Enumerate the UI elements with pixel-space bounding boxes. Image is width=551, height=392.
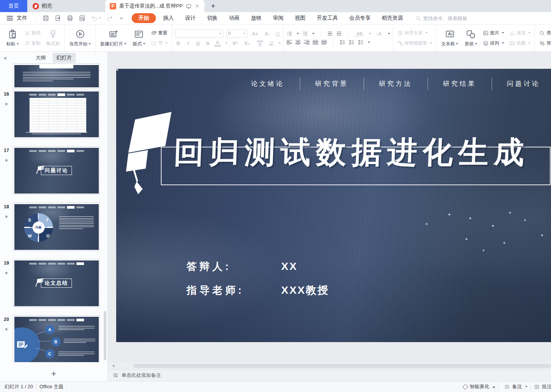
graduation-cap-icon[interactable] xyxy=(123,111,180,194)
nav-item[interactable]: 论文绪论 xyxy=(236,76,300,91)
decrease-indent-icon[interactable] xyxy=(327,31,333,37)
thumbnail-slide-15-partial[interactable] xyxy=(0,64,107,88)
close-tab-icon[interactable] xyxy=(195,3,200,9)
decrease-font-button[interactable]: A- xyxy=(263,31,272,37)
command-search-input[interactable] xyxy=(423,15,480,21)
present-monitor-icon[interactable] xyxy=(186,3,191,9)
tab-view[interactable]: 视图 xyxy=(289,13,311,23)
tab-design[interactable]: 设计 xyxy=(179,13,201,23)
justify-icon[interactable] xyxy=(313,39,318,45)
font-size-combo[interactable] xyxy=(226,29,247,38)
distribute-icon[interactable] xyxy=(321,39,327,45)
comments-button[interactable]: 批注 xyxy=(534,383,551,390)
redo-button[interactable] xyxy=(104,14,115,23)
clear-format-icon[interactable] xyxy=(275,31,281,37)
new-tab-button[interactable]: + xyxy=(204,0,222,12)
nav-item[interactable]: 研究方法 xyxy=(364,76,428,91)
increase-font-button[interactable]: A+ xyxy=(251,31,260,37)
arrange-button[interactable]: 排列 xyxy=(481,39,506,47)
tab-slideshow[interactable]: 放映 xyxy=(245,13,267,23)
reset-button[interactable]: 重置 xyxy=(149,29,169,37)
highlight-icon[interactable] xyxy=(268,40,274,46)
increase-indent-icon[interactable] xyxy=(336,31,342,37)
bullet-list-icon[interactable] xyxy=(286,31,293,37)
layout-button[interactable]: 版式 xyxy=(131,28,147,49)
line-spacing-icon[interactable] xyxy=(339,39,346,45)
line-height-icon[interactable] xyxy=(358,39,364,45)
print-preview-button[interactable] xyxy=(77,14,87,23)
fill-button[interactable]: 填充 xyxy=(508,29,532,37)
slides-tab[interactable]: 幻灯片 xyxy=(53,53,76,63)
slide-title[interactable]: 回归测试数据进化生成 xyxy=(173,132,530,173)
tab-transition[interactable]: 切换 xyxy=(201,13,223,23)
numbered-list-icon[interactable] xyxy=(302,31,308,37)
nav-item[interactable]: 研究背景 xyxy=(300,76,364,91)
text-direction-button[interactable]: ↓A xyxy=(374,31,384,37)
outline-tab[interactable]: 大纲 xyxy=(32,53,50,63)
menu-hamburger-icon[interactable] xyxy=(7,16,13,20)
undo-button[interactable] xyxy=(89,14,103,23)
file-menu[interactable]: 文件 xyxy=(17,15,27,22)
replace-button[interactable]: 替换 xyxy=(538,39,551,47)
new-slide-button[interactable]: 新建幻灯片 xyxy=(98,28,128,49)
smart-beautify-button[interactable]: 智能美化 xyxy=(463,383,495,390)
notes-bar[interactable]: 单击此处添加备注 xyxy=(108,369,551,381)
add-slide-button[interactable]: + xyxy=(51,370,56,378)
paragraph-spacing-icon[interactable] xyxy=(349,39,355,45)
text-box-button[interactable]: 文本框 xyxy=(439,28,460,49)
tab-animation[interactable]: 动画 xyxy=(223,13,245,23)
save-button[interactable] xyxy=(40,14,51,23)
format-painter-button[interactable]: 格式刷 xyxy=(44,28,62,48)
cut-button[interactable]: 剪切 xyxy=(23,29,42,37)
tab-insert[interactable]: 插入 xyxy=(157,13,179,23)
character-spacing-button[interactable]: AB xyxy=(355,31,364,36)
font-color-button[interactable]: A xyxy=(214,40,221,46)
italic-button[interactable]: I xyxy=(185,40,191,46)
align-text-button[interactable]: 对齐文本 xyxy=(396,29,434,37)
quickbar-more-icon[interactable] xyxy=(117,14,126,22)
slide-fields[interactable]: 答辩人: XX 指导老师: XXX教授 xyxy=(187,260,329,307)
home-tab[interactable]: 首页 xyxy=(0,0,27,12)
thumbnail-slide-18[interactable]: 18 ★ 问题 S T W O xyxy=(0,203,107,251)
thumbnail-slide-16[interactable]: 16 ★ xyxy=(0,90,107,138)
tab-member[interactable]: 会员专享 xyxy=(344,13,376,23)
align-left-icon[interactable] xyxy=(286,39,292,45)
tab-developer[interactable]: 开发工具 xyxy=(311,13,344,23)
tab-review[interactable]: 审阅 xyxy=(267,13,289,23)
document-tab[interactable]: P 基于遗传算法的...成 答辩PPT xyxy=(105,0,204,12)
play-from-current-button[interactable]: 当页开始 xyxy=(67,28,93,49)
command-search[interactable] xyxy=(416,15,480,21)
thumbnail-scrollbar[interactable] xyxy=(104,311,106,360)
convert-smart-graphic-button[interactable]: 转智能图形 xyxy=(396,39,434,47)
collapse-panel-button[interactable]: « xyxy=(4,54,7,61)
phonetic-guide-button[interactable]: wén文 xyxy=(255,40,265,46)
thumbnail-slide-17[interactable]: 17 ★ 问题讨论 xyxy=(0,146,107,195)
docer-tab[interactable]: 稻壳 xyxy=(27,0,79,12)
font-family-combo[interactable] xyxy=(175,29,223,38)
copy-button[interactable]: 复制 xyxy=(23,39,42,47)
underline-button[interactable]: U xyxy=(195,40,201,46)
picture-button[interactable]: 图片 xyxy=(481,29,506,37)
paste-button[interactable]: 粘贴 xyxy=(4,28,21,49)
font-size-input[interactable] xyxy=(228,31,242,36)
superscript-button[interactable]: X² xyxy=(230,40,240,46)
export-button[interactable] xyxy=(53,14,63,23)
thumbnail-slide-19[interactable]: 19 ★ 论文总结 xyxy=(0,259,107,307)
align-center-icon[interactable] xyxy=(295,39,301,45)
bold-button[interactable]: B xyxy=(175,40,182,46)
slide-1[interactable]: 论文绪论 研究背景 研究方法 研究结果 问题讨论 论文总结 回归测试数据进化生成 xyxy=(116,69,551,342)
subscript-button[interactable]: X₂ xyxy=(243,40,252,46)
scrollbar-thumb[interactable] xyxy=(133,364,551,368)
shapes-button[interactable]: 形状 xyxy=(462,28,479,49)
theme-name[interactable]: Office 主题 xyxy=(39,383,63,390)
notes-toggle-button[interactable]: 备注 xyxy=(504,383,528,390)
nav-item[interactable]: 问题讨论 xyxy=(492,76,551,91)
outline-button[interactable]: 轮廓 xyxy=(508,39,532,47)
tab-docer-resources[interactable]: 稻壳资源 xyxy=(376,13,409,23)
section-button[interactable]: 节 xyxy=(149,39,169,47)
align-right-icon[interactable] xyxy=(304,39,310,45)
print-button[interactable] xyxy=(65,14,75,23)
tab-home-ribbon[interactable]: 开始 xyxy=(132,13,156,23)
find-button[interactable]: 查找 xyxy=(538,29,551,37)
scroll-left-arrow[interactable] xyxy=(112,364,114,367)
